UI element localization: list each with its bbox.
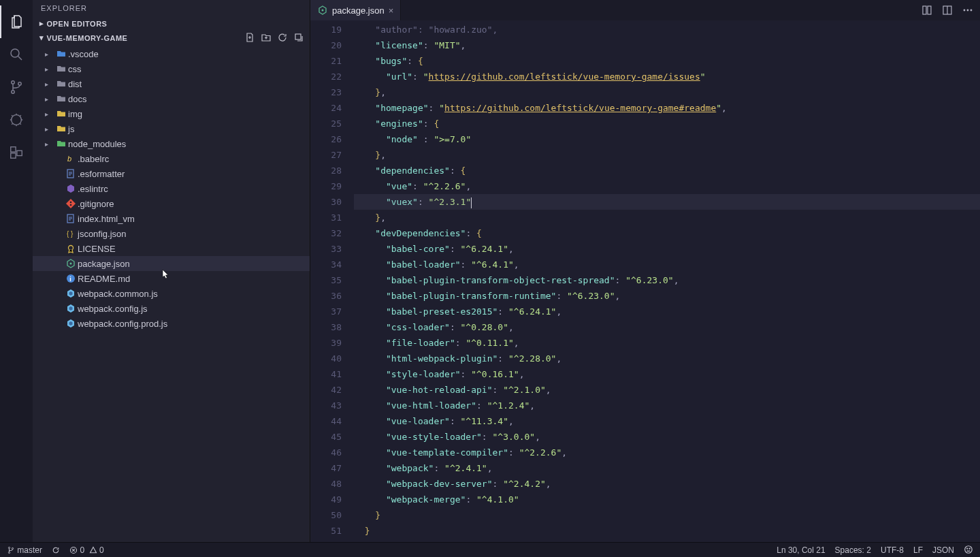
tab[interactable]: package.json× (310, 0, 401, 20)
tab-bar: package.json× (310, 0, 980, 20)
file-item[interactable]: webpack.config.js (33, 301, 310, 316)
new-file-icon[interactable] (244, 32, 255, 43)
activity-git[interactable] (0, 71, 33, 104)
svg-point-32 (969, 548, 970, 549)
file-item[interactable]: .gitignore (33, 196, 310, 211)
compare-icon[interactable] (921, 5, 932, 16)
info-icon: i (64, 273, 78, 284)
file-item[interactable]: webpack.config.prod.js (33, 316, 310, 331)
jsonc-icon: { } (64, 228, 78, 239)
open-editors-header[interactable]: ▸ OPEN EDITORS (33, 16, 310, 31)
tree-item-label: css (68, 64, 82, 74)
editor-body[interactable]: 1920212223242526272829303132333435363738… (310, 20, 980, 542)
collapse-all-icon[interactable] (293, 32, 304, 43)
webpack-icon (64, 288, 78, 299)
svg-point-19 (322, 10, 324, 12)
tabs: package.json× (310, 0, 401, 20)
svg-point-31 (967, 548, 968, 549)
folder-green-icon (54, 138, 68, 149)
status-lang[interactable]: JSON (932, 545, 954, 555)
status-spaces[interactable]: Spaces: 2 (835, 545, 871, 555)
file-item[interactable]: LICENSE (33, 241, 310, 256)
tree-item-label: webpack.config.js (78, 304, 148, 314)
activity-debug[interactable] (0, 104, 33, 136)
folder-item[interactable]: ▸js (33, 121, 310, 136)
file-item[interactable]: webpack.common.js (33, 286, 310, 301)
text-icon (64, 213, 78, 224)
folder-js-icon (54, 123, 68, 134)
status-problems[interactable]: 0 0 (69, 545, 104, 555)
folder-item[interactable]: ▸node_modules (33, 136, 310, 151)
code-content[interactable]: "author": "howard.zuo", "license": "MIT"… (354, 20, 980, 542)
refresh-icon[interactable] (277, 32, 288, 43)
file-item[interactable]: .eslintrc (33, 181, 310, 196)
status-sync[interactable] (52, 545, 60, 555)
status-eol[interactable]: LF (913, 545, 923, 555)
svg-point-0 (11, 49, 19, 57)
svg-rect-21 (928, 6, 931, 14)
npm-icon (317, 5, 328, 16)
folder-icon (54, 78, 68, 89)
text-icon (64, 168, 78, 179)
svg-rect-8 (295, 34, 301, 39)
file-item[interactable]: iREADME.md (33, 271, 310, 286)
webpack-icon (64, 318, 78, 329)
more-icon[interactable] (962, 5, 973, 16)
svg-point-24 (967, 10, 969, 12)
tree-item-label: README.md (78, 274, 130, 284)
svg-point-12 (70, 204, 72, 206)
search-icon (8, 46, 24, 63)
debug-icon (9, 112, 24, 127)
tree-item-label: js (68, 124, 74, 134)
status-encoding[interactable]: UTF-8 (881, 545, 904, 555)
svg-point-2 (12, 91, 14, 93)
chevron-right-icon: ▸ (39, 19, 44, 28)
project-name: VUE-MEMORY-GAME (47, 34, 128, 42)
close-icon[interactable]: × (389, 5, 394, 16)
project-header[interactable]: ▾ VUE-MEMORY-GAME (33, 31, 310, 45)
editor-actions (921, 5, 980, 16)
svg-rect-6 (11, 153, 16, 158)
file-item[interactable]: index.html_vm (33, 211, 310, 226)
webpack-icon (64, 303, 78, 314)
tab-label: package.json (332, 5, 385, 16)
tree-item-label: .gitignore (78, 199, 114, 209)
folder-icon (54, 63, 68, 74)
tree-item-label: docs (68, 94, 86, 104)
folder-item[interactable]: ▸css (33, 61, 310, 76)
new-folder-icon[interactable] (261, 32, 272, 43)
activity-bar (0, 0, 33, 542)
open-editors-label: OPEN EDITORS (47, 20, 108, 28)
svg-point-11 (70, 202, 72, 204)
activity-search[interactable] (0, 38, 33, 71)
svg-point-16 (70, 263, 72, 265)
editor-area: package.json× 19202122232425262728293031… (310, 0, 980, 542)
files-icon (9, 14, 25, 30)
activity-extensions[interactable] (0, 136, 33, 169)
folder-item[interactable]: ▸.vscode (33, 46, 310, 61)
folder-item[interactable]: ▸docs (33, 91, 310, 106)
split-editor-icon[interactable] (942, 5, 953, 16)
git-branch-icon (8, 79, 24, 95)
folder-item[interactable]: ▸img (33, 106, 310, 121)
tree-item-label: .vscode (68, 49, 99, 59)
svg-rect-5 (11, 147, 16, 152)
folder-item[interactable]: ▸dist (33, 76, 310, 91)
file-item[interactable]: .esformatter (33, 166, 310, 181)
status-feedback[interactable] (964, 545, 973, 555)
status-branch[interactable]: master (7, 545, 42, 555)
file-item[interactable]: b.babelrc (33, 151, 310, 166)
svg-rect-20 (923, 6, 926, 14)
file-item[interactable]: package.json (33, 256, 310, 271)
svg-point-3 (18, 82, 21, 85)
main-area: EXPLORER ▸ OPEN EDITORS ▾ VUE-MEMORY-GAM… (0, 0, 980, 542)
eslint-icon (64, 183, 78, 194)
activity-explorer[interactable] (0, 5, 33, 38)
license-icon (64, 243, 78, 254)
status-bar: master 0 0 Ln 30, Col 21 Spaces: 2 UTF-8… (0, 542, 980, 557)
extensions-icon (9, 145, 24, 160)
folder-icon (54, 93, 68, 104)
file-item[interactable]: { }jsconfig.json (33, 226, 310, 241)
status-cursor[interactable]: Ln 30, Col 21 (777, 545, 825, 555)
svg-point-23 (964, 10, 966, 12)
